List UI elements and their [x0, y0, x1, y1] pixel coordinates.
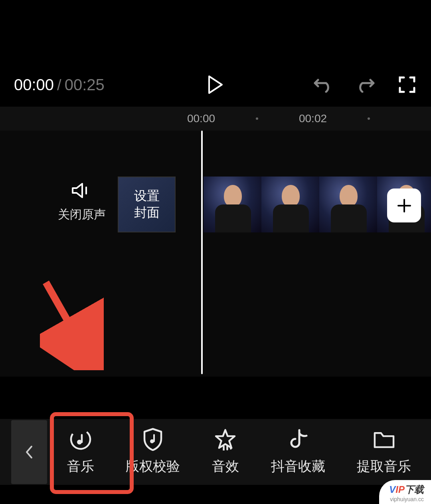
undo-button[interactable]: [313, 75, 333, 95]
ruler-mark: 00:02: [299, 112, 327, 125]
play-button[interactable]: [204, 73, 227, 97]
shield-music-icon: [142, 428, 164, 450]
tool-extract-music[interactable]: 提取音乐: [351, 424, 417, 480]
back-button[interactable]: [11, 420, 47, 484]
undo-icon: [313, 77, 333, 93]
mute-original-audio-button[interactable]: 关闭原声: [58, 183, 106, 223]
right-controls: [313, 75, 417, 95]
redo-icon: [355, 77, 375, 93]
annotation-arrow: [40, 278, 104, 370]
chevron-left-icon: [25, 445, 33, 459]
tool-label: 抖音收藏: [271, 457, 325, 476]
bottom-toolbar: 音乐 版权校验 音效: [0, 419, 431, 485]
video-preview-area: 00:00 / 00:25: [0, 0, 431, 107]
play-icon: [208, 75, 223, 94]
ruler-dot: [256, 117, 258, 120]
cover-line1: 设置: [134, 188, 160, 204]
playhead[interactable]: [201, 131, 203, 374]
tool-copyright-check[interactable]: 版权校验: [120, 424, 186, 480]
cover-line2: 封面: [134, 204, 160, 221]
watermark: VIP下载 viphuiyuan.cc: [379, 480, 431, 504]
time-display: 00:00 / 00:25: [14, 76, 105, 94]
music-icon: [69, 428, 91, 450]
speaker-icon: [72, 183, 92, 198]
svg-point-6: [150, 439, 154, 443]
timeline-area[interactable]: 关闭原声 设置 封面: [0, 131, 431, 377]
tool-label: 提取音乐: [357, 457, 411, 476]
tool-label: 音效: [212, 457, 239, 476]
set-cover-button[interactable]: 设置 封面: [118, 177, 176, 232]
tool-douyin-favorites[interactable]: 抖音收藏: [265, 424, 331, 480]
watermark-url: viphuiyuan.cc: [389, 496, 424, 502]
star-audio-icon: [214, 428, 236, 450]
video-frame: [204, 177, 261, 232]
ruler-mark: 00:00: [187, 112, 215, 125]
fullscreen-button[interactable]: [397, 75, 417, 95]
mute-label: 关闭原声: [58, 206, 106, 223]
fullscreen-icon: [398, 76, 416, 93]
current-time: 00:00: [14, 76, 54, 94]
video-frame: [319, 177, 377, 232]
ruler-dot: [368, 117, 370, 120]
time-separator: /: [57, 77, 61, 94]
svg-point-5: [77, 440, 82, 444]
tool-label: 版权校验: [126, 457, 180, 476]
tool-items: 音乐 版权校验 音效: [47, 424, 431, 480]
video-frame: [261, 177, 319, 232]
redo-button[interactable]: [355, 75, 375, 95]
timeline-ruler[interactable]: 00:00 00:02: [0, 107, 431, 131]
svg-point-4: [70, 429, 91, 450]
total-time: 00:25: [65, 76, 105, 94]
tiktok-icon: [287, 428, 309, 450]
watermark-logo: VIP下载: [389, 483, 424, 496]
tool-music[interactable]: 音乐: [61, 424, 100, 480]
plus-icon: [396, 198, 412, 214]
playback-controls: 00:00 / 00:25: [0, 75, 431, 95]
add-clip-button[interactable]: [387, 189, 421, 222]
tool-sound-effects[interactable]: 音效: [206, 424, 245, 480]
folder-icon: [373, 428, 395, 450]
tool-label: 音乐: [67, 457, 94, 476]
svg-line-3: [46, 282, 88, 356]
